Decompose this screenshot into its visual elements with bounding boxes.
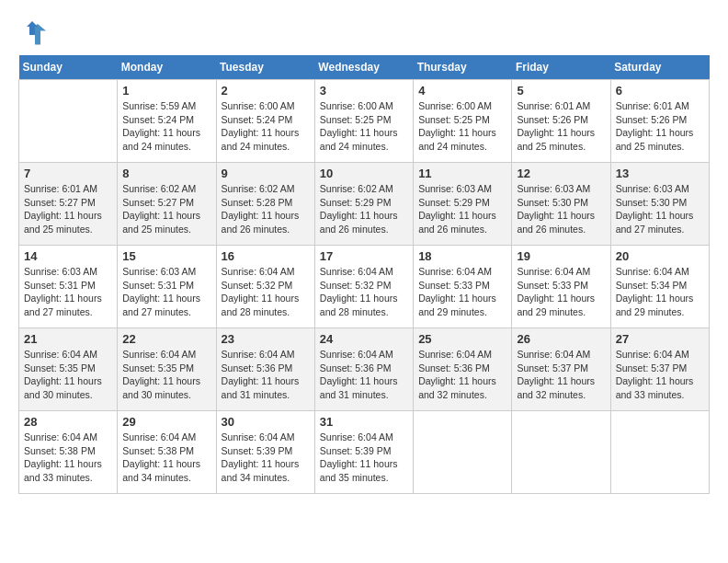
weekday-header: Tuesday [216,55,314,80]
day-number: 22 [122,332,210,346]
calendar-cell: 14Sunrise: 6:03 AMSunset: 5:31 PMDayligh… [19,246,118,328]
calendar-table: SundayMondayTuesdayWednesdayThursdayFrid… [18,55,710,494]
calendar-header-row: SundayMondayTuesdayWednesdayThursdayFrid… [19,55,710,80]
day-number: 13 [616,167,704,180]
calendar-cell: 10Sunrise: 6:02 AMSunset: 5:29 PMDayligh… [314,163,413,246]
day-number: 24 [320,332,408,346]
logo [18,18,50,46]
calendar-cell [19,80,118,163]
weekday-header: Sunday [19,55,118,80]
day-number: 20 [616,249,704,263]
day-number: 29 [122,415,210,429]
day-info: Sunrise: 6:04 AMSunset: 5:35 PMDaylight:… [24,348,112,402]
day-number: 5 [517,84,605,98]
day-number: 19 [517,249,605,263]
calendar-cell: 1Sunrise: 5:59 AMSunset: 5:24 PMDaylight… [118,80,216,163]
day-info: Sunrise: 6:00 AMSunset: 5:24 PMDaylight:… [222,99,310,154]
calendar-cell: 15Sunrise: 6:03 AMSunset: 5:31 PMDayligh… [118,246,216,328]
calendar-cell: 18Sunrise: 6:04 AMSunset: 5:33 PMDayligh… [414,246,512,328]
calendar-cell: 26Sunrise: 6:04 AMSunset: 5:37 PMDayligh… [512,328,610,411]
day-number: 18 [418,249,506,263]
calendar-cell: 11Sunrise: 6:03 AMSunset: 5:29 PMDayligh… [414,163,512,246]
day-number: 7 [24,167,112,180]
day-info: Sunrise: 6:04 AMSunset: 5:39 PMDaylight:… [320,431,408,485]
day-info: Sunrise: 6:03 AMSunset: 5:31 PMDaylight:… [122,265,210,319]
weekday-header: Wednesday [314,55,413,80]
calendar-cell: 7Sunrise: 6:01 AMSunset: 5:27 PMDaylight… [19,163,118,246]
calendar-cell [610,411,709,494]
day-number: 16 [222,249,310,263]
day-info: Sunrise: 6:04 AMSunset: 5:32 PMDaylight:… [222,265,310,319]
day-number: 4 [418,84,506,98]
day-info: Sunrise: 6:02 AMSunset: 5:28 PMDaylight:… [222,182,310,236]
day-number: 31 [320,415,408,429]
day-number: 10 [320,167,408,180]
day-number: 26 [517,332,605,346]
day-info: Sunrise: 6:03 AMSunset: 5:30 PMDaylight:… [517,182,605,236]
day-info: Sunrise: 6:01 AMSunset: 5:26 PMDaylight:… [616,99,704,154]
day-number: 28 [24,415,112,429]
calendar-cell: 13Sunrise: 6:03 AMSunset: 5:30 PMDayligh… [610,163,709,246]
day-number: 21 [24,332,112,346]
day-info: Sunrise: 6:04 AMSunset: 5:39 PMDaylight:… [222,431,310,485]
day-number: 27 [616,332,704,346]
weekday-header: Monday [118,55,216,80]
day-number: 17 [320,249,408,263]
day-number: 25 [418,332,506,346]
calendar-cell: 6Sunrise: 6:01 AMSunset: 5:26 PMDaylight… [610,80,709,163]
calendar-cell: 29Sunrise: 6:04 AMSunset: 5:38 PMDayligh… [118,411,216,494]
day-number: 6 [616,84,704,98]
day-info: Sunrise: 6:01 AMSunset: 5:27 PMDaylight:… [24,182,112,236]
weekday-header: Saturday [610,55,709,80]
day-info: Sunrise: 6:00 AMSunset: 5:25 PMDaylight:… [418,99,506,154]
day-number: 23 [222,332,310,346]
day-info: Sunrise: 6:04 AMSunset: 5:36 PMDaylight:… [222,348,310,402]
day-info: Sunrise: 6:04 AMSunset: 5:33 PMDaylight:… [517,265,605,319]
calendar-cell: 22Sunrise: 6:04 AMSunset: 5:35 PMDayligh… [118,328,216,411]
calendar-cell: 24Sunrise: 6:04 AMSunset: 5:36 PMDayligh… [314,328,413,411]
calendar-cell: 3Sunrise: 6:00 AMSunset: 5:25 PMDaylight… [314,80,413,163]
calendar-cell: 30Sunrise: 6:04 AMSunset: 5:39 PMDayligh… [216,411,314,494]
logo-icon [18,18,46,46]
day-info: Sunrise: 6:04 AMSunset: 5:37 PMDaylight:… [616,348,704,402]
day-info: Sunrise: 6:04 AMSunset: 5:38 PMDaylight:… [24,431,112,485]
day-number: 3 [320,84,408,98]
day-info: Sunrise: 6:02 AMSunset: 5:29 PMDaylight:… [320,182,408,236]
day-info: Sunrise: 5:59 AMSunset: 5:24 PMDaylight:… [122,99,210,154]
calendar-cell: 5Sunrise: 6:01 AMSunset: 5:26 PMDaylight… [512,80,610,163]
calendar-cell [414,411,512,494]
day-info: Sunrise: 6:02 AMSunset: 5:27 PMDaylight:… [122,182,210,236]
calendar-cell: 19Sunrise: 6:04 AMSunset: 5:33 PMDayligh… [512,246,610,328]
calendar-cell: 4Sunrise: 6:00 AMSunset: 5:25 PMDaylight… [414,80,512,163]
calendar-cell: 17Sunrise: 6:04 AMSunset: 5:32 PMDayligh… [314,246,413,328]
calendar-cell: 28Sunrise: 6:04 AMSunset: 5:38 PMDayligh… [19,411,118,494]
calendar-cell: 31Sunrise: 6:04 AMSunset: 5:39 PMDayligh… [314,411,413,494]
calendar-week-row: 21Sunrise: 6:04 AMSunset: 5:35 PMDayligh… [19,328,710,411]
day-number: 8 [122,167,210,180]
calendar-week-row: 7Sunrise: 6:01 AMSunset: 5:27 PMDaylight… [19,163,710,246]
day-number: 9 [222,167,310,180]
calendar-cell: 23Sunrise: 6:04 AMSunset: 5:36 PMDayligh… [216,328,314,411]
day-info: Sunrise: 6:00 AMSunset: 5:25 PMDaylight:… [320,99,408,154]
day-info: Sunrise: 6:04 AMSunset: 5:33 PMDaylight:… [418,265,506,319]
calendar-cell: 12Sunrise: 6:03 AMSunset: 5:30 PMDayligh… [512,163,610,246]
day-number: 30 [222,415,310,429]
day-number: 2 [222,84,310,98]
calendar-cell: 25Sunrise: 6:04 AMSunset: 5:36 PMDayligh… [414,328,512,411]
day-number: 14 [24,249,112,263]
calendar-cell: 27Sunrise: 6:04 AMSunset: 5:37 PMDayligh… [610,328,709,411]
calendar-cell: 9Sunrise: 6:02 AMSunset: 5:28 PMDaylight… [216,163,314,246]
calendar-cell [512,411,610,494]
calendar-cell: 21Sunrise: 6:04 AMSunset: 5:35 PMDayligh… [19,328,118,411]
day-info: Sunrise: 6:04 AMSunset: 5:34 PMDaylight:… [616,265,704,319]
day-info: Sunrise: 6:03 AMSunset: 5:29 PMDaylight:… [418,182,506,236]
day-number: 1 [122,84,210,98]
calendar-week-row: 28Sunrise: 6:04 AMSunset: 5:38 PMDayligh… [19,411,710,494]
day-info: Sunrise: 6:03 AMSunset: 5:30 PMDaylight:… [616,182,704,236]
day-info: Sunrise: 6:04 AMSunset: 5:36 PMDaylight:… [320,348,408,402]
calendar-week-row: 1Sunrise: 5:59 AMSunset: 5:24 PMDaylight… [19,80,710,163]
calendar-week-row: 14Sunrise: 6:03 AMSunset: 5:31 PMDayligh… [19,246,710,328]
day-info: Sunrise: 6:03 AMSunset: 5:31 PMDaylight:… [24,265,112,319]
day-number: 12 [517,167,605,180]
day-number: 11 [418,167,506,180]
